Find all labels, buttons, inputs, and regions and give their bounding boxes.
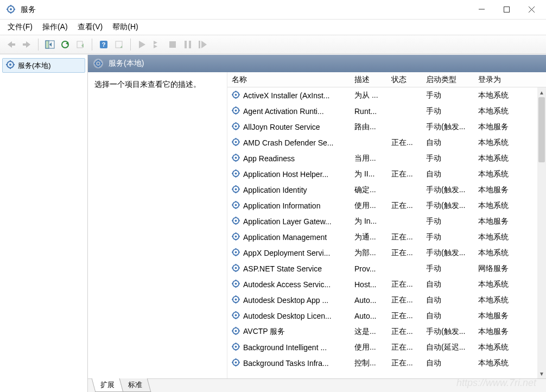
table-row[interactable]: App Readiness当用...手动本地系统 [227, 150, 546, 166]
table-row[interactable]: Application Host Helper...为 II...正在...自动… [227, 166, 546, 182]
gear-icon [232, 91, 240, 100]
svg-marker-12 [26, 41, 30, 48]
service-name: Application Identity [243, 186, 307, 194]
table-row[interactable]: AMD Crash Defender Se...正在...自动本地系统 [227, 135, 546, 150]
svg-point-17 [62, 41, 68, 48]
table-row[interactable]: Application Information使用...正在...手动(触发..… [227, 198, 546, 213]
toolbar-separator [130, 39, 131, 50]
service-desc: 为 II... [350, 169, 387, 179]
service-status: 正在... [387, 311, 422, 321]
table-row[interactable]: Autodesk Desktop Licen...Auto...正在...自动本… [227, 308, 546, 324]
column-name[interactable]: 名称 [227, 75, 350, 85]
gear-icon [232, 232, 240, 242]
service-logon: 本地服务 [474, 217, 520, 226]
service-desc: 为通... [350, 232, 387, 242]
menu-view[interactable]: 查看(V) [78, 22, 103, 32]
restart-service-button[interactable] [196, 37, 210, 52]
table-row[interactable]: Agent Activation Runti...Runt...手动本地系统 [227, 103, 546, 119]
gear-icon [232, 201, 240, 211]
service-status: 正在... [387, 232, 422, 242]
minimize-button[interactable] [469, 2, 494, 18]
service-name: Application Layer Gatew... [243, 217, 332, 226]
export-button[interactable] [73, 37, 87, 52]
column-startup[interactable]: 启动类型 [422, 75, 474, 85]
pause-resume-button[interactable] [150, 37, 164, 52]
menu-help[interactable]: 帮助(H) [112, 22, 138, 32]
service-name: Autodesk Desktop App ... [243, 296, 328, 305]
back-button[interactable] [4, 37, 18, 52]
scroll-up-button[interactable]: ▲ [537, 87, 546, 97]
toolbar-separator [38, 39, 39, 50]
table-row[interactable]: AppX Deployment Servi...为部...正在...手动(触发.… [227, 245, 546, 261]
content-header-title: 服务(本地) [109, 59, 144, 68]
service-name: AMD Crash Defender Se... [243, 138, 334, 147]
service-logon: 本地系统 [474, 201, 520, 211]
window-title: 服务 [21, 5, 469, 15]
service-name: Application Management [243, 233, 327, 242]
scrollbar-thumb[interactable] [538, 97, 545, 162]
tab-standard[interactable]: 标准 [119, 378, 151, 392]
service-status: 正在... [387, 280, 422, 289]
table-row[interactable]: Application Layer Gatew...为 In...手动本地服务 [227, 213, 546, 229]
service-desc: Runt... [350, 107, 387, 116]
service-logon: 本地系统 [474, 232, 520, 242]
pause-service-button[interactable] [181, 37, 195, 52]
start-service-button[interactable] [135, 37, 149, 52]
svg-rect-19 [77, 41, 82, 48]
gear-icon [232, 217, 240, 226]
service-desc: 为 In... [350, 217, 387, 226]
menu-action[interactable]: 操作(A) [42, 22, 68, 32]
service-logon: 本地系统 [474, 358, 520, 368]
svg-marker-27 [154, 45, 157, 48]
svg-marker-32 [201, 41, 207, 48]
service-logon: 网络服务 [474, 264, 520, 274]
service-name: AppX Deployment Servi... [243, 249, 330, 257]
service-name: ASP.NET State Service [243, 264, 322, 273]
service-name: Autodesk Access Servic... [243, 280, 331, 289]
close-button[interactable] [519, 2, 544, 18]
table-row[interactable]: ASP.NET State ServiceProv...手动网络服务 [227, 261, 546, 276]
tab-extended[interactable]: 扩展 [92, 378, 124, 392]
service-name: Background Intelligent ... [243, 343, 327, 352]
scrollbar[interactable]: ▲ ▼ [537, 87, 546, 378]
table-row[interactable]: Background Intelligent ...使用...正在...自动(延… [227, 339, 546, 355]
table-row[interactable]: Autodesk Access Servic...Host...正在...自动本… [227, 276, 546, 292]
table-row[interactable]: AVCTP 服务这是...正在...手动(触发...本地服务 [227, 324, 546, 339]
table-row[interactable]: Application Identity确定...手动(触发...本地服务 [227, 182, 546, 198]
column-desc[interactable]: 描述 [350, 75, 387, 85]
table-row[interactable]: Background Tasks Infra...控制...正在...自动本地系… [227, 355, 546, 371]
service-logon: 本地服务 [474, 122, 520, 132]
service-startup: 手动(触发... [422, 201, 474, 211]
help-button[interactable]: ? [97, 37, 111, 52]
table-row[interactable]: Autodesk Desktop App ...Auto...正在...自动本地… [227, 292, 546, 308]
service-logon: 本地系统 [474, 91, 520, 100]
svg-marker-16 [49, 42, 52, 47]
table-row[interactable]: AllJoyn Router Service路由...手动(触发...本地服务 [227, 119, 546, 135]
service-logon: 本地系统 [474, 154, 520, 163]
gear-icon [232, 138, 240, 148]
show-hide-tree-button[interactable] [43, 37, 57, 52]
service-status: 正在... [387, 248, 422, 258]
service-logon: 本地系统 [474, 106, 520, 116]
column-status[interactable]: 状态 [387, 75, 422, 85]
service-status: 正在... [387, 169, 422, 179]
toolbar-separator [92, 39, 92, 50]
service-startup: 手动(触发... [422, 185, 474, 195]
refresh-button[interactable] [58, 37, 72, 52]
tabs: 扩展 标准 [88, 379, 546, 392]
maximize-button[interactable] [494, 2, 519, 18]
table-row[interactable]: Application Management为通...正在...手动本地系统 [227, 229, 546, 245]
menu-file[interactable]: 文件(F) [8, 22, 33, 32]
table-row[interactable]: ActiveX Installer (AxInst...为从 ...手动本地系统 [227, 87, 546, 103]
service-name: Background Tasks Infra... [243, 359, 329, 368]
titlebar: 服务 [0, 0, 546, 20]
toolbar: ? [0, 35, 546, 54]
column-logon[interactable]: 登录为 [474, 75, 520, 85]
properties-button[interactable] [112, 37, 126, 52]
stop-service-button[interactable] [166, 37, 180, 52]
forward-button[interactable] [20, 37, 34, 52]
scroll-down-button[interactable]: ▼ [537, 369, 546, 378]
sidebar-item-services-local[interactable]: 服务(本地) [2, 58, 85, 73]
service-status: 正在... [387, 295, 422, 305]
service-desc: 控制... [350, 358, 387, 368]
